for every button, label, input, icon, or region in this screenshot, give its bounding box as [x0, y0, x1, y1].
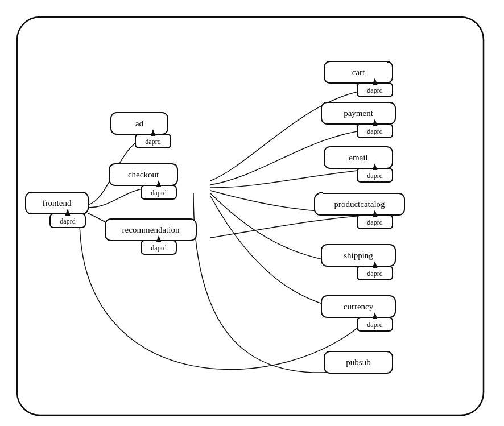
ad-label: ad [135, 119, 144, 128]
ad-daprd-label: daprd [145, 138, 160, 146]
email-node: email [324, 147, 393, 168]
ad-node: ad [111, 113, 168, 134]
shipping-label: shipping [344, 251, 373, 260]
pubsub-node: pubsub [324, 351, 393, 373]
email-daprd-label: daprd [367, 172, 382, 180]
checkout-label: checkout [128, 170, 159, 179]
checkout-node: checkout [109, 164, 177, 185]
currency-daprd-label: daprd [367, 321, 382, 329]
email-label: email [349, 153, 367, 162]
cart-node: cart [324, 61, 393, 83]
shipping-node: shipping [321, 245, 395, 266]
cart-label: cart [352, 68, 365, 77]
frontend-node: frontend [26, 192, 88, 214]
cart-daprd-label: daprd [367, 86, 382, 94]
recommendation-label: recommendation [122, 225, 180, 234]
productcatalog-node: productcatalog [315, 193, 404, 215]
pubsub-label: pubsub [346, 358, 370, 367]
currency-label: currency [344, 302, 374, 311]
outer-boundary [17, 17, 484, 415]
currency-node: currency [321, 296, 395, 317]
frontend-daprd-label: daprd [60, 217, 75, 225]
edge-checkout-to-pubsub [193, 193, 369, 373]
payment-node: payment [321, 102, 395, 124]
payment-label: payment [344, 109, 373, 118]
edge-frontend-to-currency [80, 219, 369, 370]
productcatalog-label: productcatalog [334, 200, 385, 209]
checkout-daprd-label: daprd [151, 189, 166, 197]
recommendation-daprd-label: daprd [151, 244, 166, 252]
payment-daprd-label: daprd [367, 127, 382, 135]
productcatalog-daprd-label: daprd [367, 218, 382, 226]
shipping-daprd-label: daprd [367, 270, 382, 278]
recommendation-node: recommendation [105, 219, 196, 241]
frontend-label: frontend [43, 198, 72, 208]
